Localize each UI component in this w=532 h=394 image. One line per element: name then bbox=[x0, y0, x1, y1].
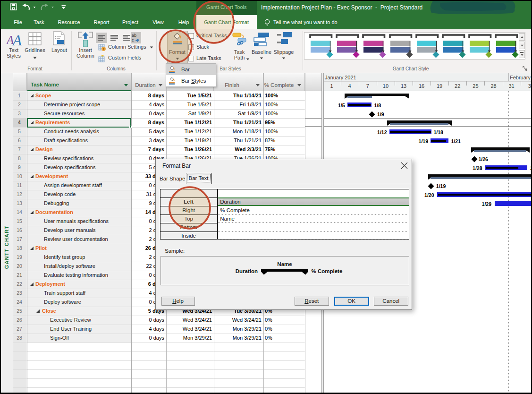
svg-text:ab: ab bbox=[132, 33, 136, 38]
svg-text:c: c bbox=[132, 38, 134, 43]
svg-text:A: A bbox=[12, 32, 22, 46]
